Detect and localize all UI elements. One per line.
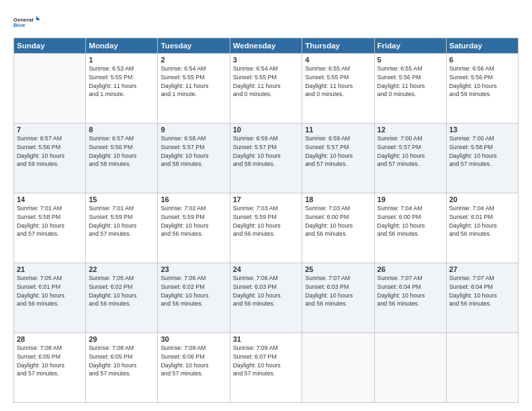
calendar-cell xyxy=(446,333,518,403)
calendar-cell: 10Sunrise: 6:59 AMSunset: 5:57 PMDayligh… xyxy=(230,124,302,193)
day-number: 23 xyxy=(161,265,226,273)
day-info: Sunrise: 7:04 AMSunset: 6:00 PMDaylight:… xyxy=(378,204,443,238)
calendar-cell: 31Sunrise: 7:09 AMSunset: 6:07 PMDayligh… xyxy=(230,333,302,403)
calendar-cell: 23Sunrise: 7:06 AMSunset: 6:02 PMDayligh… xyxy=(158,263,230,333)
day-info: Sunrise: 7:03 AMSunset: 6:00 PMDaylight:… xyxy=(305,204,371,238)
day-info: Sunrise: 6:59 AMSunset: 5:57 PMDaylight:… xyxy=(233,134,300,169)
day-info: Sunrise: 6:57 AMSunset: 5:56 PMDaylight:… xyxy=(17,134,83,169)
calendar-cell: 14Sunrise: 7:01 AMSunset: 5:58 PMDayligh… xyxy=(14,193,86,263)
day-info: Sunrise: 6:58 AMSunset: 5:57 PMDaylight:… xyxy=(161,134,226,169)
day-info: Sunrise: 7:03 AMSunset: 5:59 PMDaylight:… xyxy=(233,204,300,238)
day-number: 26 xyxy=(378,265,443,273)
day-header-monday: Monday xyxy=(86,38,158,54)
day-number: 18 xyxy=(305,195,371,203)
day-info: Sunrise: 7:09 AMSunset: 6:07 PMDaylight:… xyxy=(233,344,300,378)
calendar-cell: 15Sunrise: 7:01 AMSunset: 5:59 PMDayligh… xyxy=(86,193,158,263)
day-number: 2 xyxy=(161,56,226,64)
day-info: Sunrise: 7:06 AMSunset: 6:03 PMDaylight:… xyxy=(233,274,300,308)
day-number: 20 xyxy=(449,195,515,203)
day-header-thursday: Thursday xyxy=(302,38,374,54)
day-info: Sunrise: 7:07 AMSunset: 6:03 PMDaylight:… xyxy=(305,274,371,308)
calendar-cell: 11Sunrise: 6:59 AMSunset: 5:57 PMDayligh… xyxy=(302,124,374,193)
calendar-cell: 29Sunrise: 7:08 AMSunset: 6:05 PMDayligh… xyxy=(86,333,158,403)
calendar-cell: 12Sunrise: 7:00 AMSunset: 5:57 PMDayligh… xyxy=(374,124,446,193)
calendar-cell: 7Sunrise: 6:57 AMSunset: 5:56 PMDaylight… xyxy=(14,124,86,193)
day-number: 28 xyxy=(17,335,83,343)
calendar-cell: 3Sunrise: 6:54 AMSunset: 5:55 PMDaylight… xyxy=(230,54,302,124)
calendar-cell: 4Sunrise: 6:55 AMSunset: 5:55 PMDaylight… xyxy=(302,54,374,124)
day-info: Sunrise: 7:06 AMSunset: 6:02 PMDaylight:… xyxy=(161,274,226,308)
calendar-cell: 28Sunrise: 7:08 AMSunset: 6:05 PMDayligh… xyxy=(14,333,86,403)
calendar-cell xyxy=(14,54,86,124)
day-number: 14 xyxy=(17,195,83,203)
svg-marker-2 xyxy=(36,16,40,20)
calendar-cell: 9Sunrise: 6:58 AMSunset: 5:57 PMDaylight… xyxy=(158,124,230,193)
day-info: Sunrise: 7:00 AMSunset: 5:57 PMDaylight:… xyxy=(378,134,443,169)
day-info: Sunrise: 6:55 AMSunset: 5:55 PMDaylight:… xyxy=(305,64,371,99)
day-info: Sunrise: 7:02 AMSunset: 5:59 PMDaylight:… xyxy=(161,204,226,238)
day-info: Sunrise: 7:04 AMSunset: 6:01 PMDaylight:… xyxy=(449,204,515,238)
calendar-cell: 30Sunrise: 7:09 AMSunset: 6:06 PMDayligh… xyxy=(158,333,230,403)
day-number: 27 xyxy=(449,265,515,273)
calendar-cell: 5Sunrise: 6:55 AMSunset: 5:56 PMDaylight… xyxy=(374,54,446,124)
calendar-week-row: 14Sunrise: 7:01 AMSunset: 5:58 PMDayligh… xyxy=(14,193,519,263)
day-number: 11 xyxy=(305,126,371,134)
day-header-sunday: Sunday xyxy=(14,38,86,54)
day-number: 17 xyxy=(233,195,300,203)
day-info: Sunrise: 6:57 AMSunset: 5:56 PMDaylight:… xyxy=(89,134,154,169)
calendar-cell: 21Sunrise: 7:05 AMSunset: 6:01 PMDayligh… xyxy=(14,263,86,333)
day-info: Sunrise: 7:00 AMSunset: 5:58 PMDaylight:… xyxy=(449,134,515,169)
day-number: 29 xyxy=(89,335,154,343)
day-number: 7 xyxy=(17,126,83,134)
calendar-week-row: 7Sunrise: 6:57 AMSunset: 5:56 PMDaylight… xyxy=(14,124,519,193)
day-info: Sunrise: 7:01 AMSunset: 5:58 PMDaylight:… xyxy=(17,204,83,238)
day-header-wednesday: Wednesday xyxy=(230,38,302,54)
calendar-cell: 2Sunrise: 6:54 AMSunset: 5:55 PMDaylight… xyxy=(158,54,230,124)
day-info: Sunrise: 6:54 AMSunset: 5:55 PMDaylight:… xyxy=(233,64,300,99)
day-info: Sunrise: 6:56 AMSunset: 5:56 PMDaylight:… xyxy=(449,64,515,99)
day-info: Sunrise: 7:05 AMSunset: 6:02 PMDaylight:… xyxy=(89,274,154,308)
day-info: Sunrise: 7:09 AMSunset: 6:06 PMDaylight:… xyxy=(161,344,226,378)
day-number: 13 xyxy=(449,126,515,134)
calendar-cell: 16Sunrise: 7:02 AMSunset: 5:59 PMDayligh… xyxy=(158,193,230,263)
calendar-header-row: SundayMondayTuesdayWednesdayThursdayFrid… xyxy=(14,38,519,54)
day-number: 1 xyxy=(89,56,154,64)
svg-text:Blue: Blue xyxy=(13,22,26,28)
day-number: 10 xyxy=(233,126,300,134)
day-number: 31 xyxy=(233,335,300,343)
day-info: Sunrise: 6:55 AMSunset: 5:56 PMDaylight:… xyxy=(378,64,443,99)
day-info: Sunrise: 6:59 AMSunset: 5:57 PMDaylight:… xyxy=(305,134,371,169)
calendar-cell xyxy=(374,333,446,403)
day-number: 9 xyxy=(161,126,226,134)
day-number: 12 xyxy=(378,126,443,134)
calendar-cell: 18Sunrise: 7:03 AMSunset: 6:00 PMDayligh… xyxy=(302,193,374,263)
day-info: Sunrise: 7:08 AMSunset: 6:05 PMDaylight:… xyxy=(17,344,83,378)
calendar-cell xyxy=(302,333,374,403)
calendar-cell: 1Sunrise: 6:53 AMSunset: 5:55 PMDaylight… xyxy=(86,54,158,124)
day-info: Sunrise: 7:01 AMSunset: 5:59 PMDaylight:… xyxy=(89,204,154,238)
calendar-cell: 20Sunrise: 7:04 AMSunset: 6:01 PMDayligh… xyxy=(446,193,518,263)
day-info: Sunrise: 6:53 AMSunset: 5:55 PMDaylight:… xyxy=(89,64,154,99)
calendar-week-row: 21Sunrise: 7:05 AMSunset: 6:01 PMDayligh… xyxy=(14,263,519,333)
day-number: 15 xyxy=(89,195,154,203)
day-header-friday: Friday xyxy=(374,38,446,54)
day-info: Sunrise: 7:07 AMSunset: 6:04 PMDaylight:… xyxy=(449,274,515,308)
day-number: 3 xyxy=(233,56,300,64)
day-info: Sunrise: 7:07 AMSunset: 6:04 PMDaylight:… xyxy=(378,274,443,308)
day-info: Sunrise: 7:05 AMSunset: 6:01 PMDaylight:… xyxy=(17,274,83,308)
day-number: 4 xyxy=(305,56,371,64)
calendar-cell: 13Sunrise: 7:00 AMSunset: 5:58 PMDayligh… xyxy=(446,124,518,193)
calendar-cell: 22Sunrise: 7:05 AMSunset: 6:02 PMDayligh… xyxy=(86,263,158,333)
calendar-week-row: 1Sunrise: 6:53 AMSunset: 5:55 PMDaylight… xyxy=(14,54,519,124)
calendar-cell: 6Sunrise: 6:56 AMSunset: 5:56 PMDaylight… xyxy=(446,54,518,124)
calendar-cell: 24Sunrise: 7:06 AMSunset: 6:03 PMDayligh… xyxy=(230,263,302,333)
calendar-table: SundayMondayTuesdayWednesdayThursdayFrid… xyxy=(13,38,519,403)
day-number: 21 xyxy=(17,265,83,273)
day-number: 22 xyxy=(89,265,154,273)
day-number: 5 xyxy=(378,56,443,64)
day-number: 6 xyxy=(449,56,515,64)
day-number: 16 xyxy=(161,195,226,203)
day-number: 19 xyxy=(378,195,443,203)
calendar-cell: 26Sunrise: 7:07 AMSunset: 6:04 PMDayligh… xyxy=(374,263,446,333)
day-info: Sunrise: 6:54 AMSunset: 5:55 PMDaylight:… xyxy=(161,64,226,99)
